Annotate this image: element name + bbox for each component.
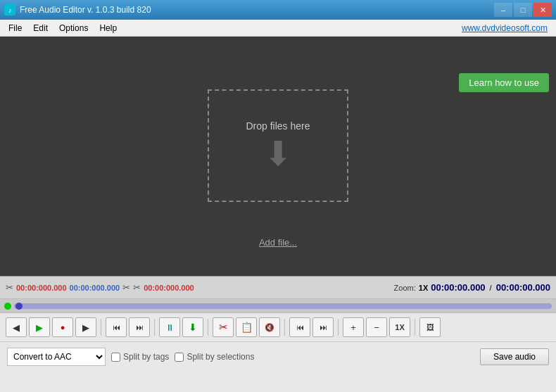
transport-controls: ◀ ▶ ● ▶ ⏮ ⏭ ⏸ ⬇ ✂ 📋 🔇 ⏮ ⏭ + − 1X 🖼 <box>0 313 556 342</box>
menu-options[interactable]: Options <box>53 22 94 34</box>
progress-thumb[interactable] <box>15 303 23 310</box>
zoom-1x-button[interactable]: 1X <box>389 317 410 337</box>
time-separator: / <box>488 284 493 292</box>
split-by-selections-text: Split by selections <box>187 352 254 362</box>
zoom-in-button[interactable]: + <box>343 317 364 337</box>
separator-6 <box>415 319 415 336</box>
separator-4 <box>284 319 285 336</box>
cut-icon-right: ✂ <box>122 282 130 293</box>
learn-how-button[interactable]: Learn how to use <box>459 73 549 92</box>
minimize-button[interactable]: – <box>494 3 512 17</box>
title-bar: ♪ Free Audio Editor v. 1.0.3 build 820 –… <box>0 0 556 20</box>
app-icon: ♪ <box>4 4 15 15</box>
save-down-button[interactable]: ⬇ <box>182 317 203 337</box>
time-code-2: 00:00:000.000 <box>70 284 120 292</box>
separator-2 <box>154 319 155 336</box>
menu-bar: File Edit Options Help www.dvdvideosoft.… <box>0 20 556 37</box>
time-code-3: 00:00:000.000 <box>144 284 194 292</box>
scissors-icon: ✂ <box>133 282 141 293</box>
maximize-button[interactable]: □ <box>514 3 532 17</box>
menu-help[interactable]: Help <box>94 22 122 34</box>
go-back-button[interactable]: ◀ <box>6 317 27 337</box>
window-controls: – □ ✕ <box>494 3 552 17</box>
close-button[interactable]: ✕ <box>533 3 552 17</box>
dvd-link[interactable]: www.dvdvideosoft.com <box>462 23 553 33</box>
drop-zone-label: Drop files here <box>246 120 310 132</box>
split-by-tags-text: Split by tags <box>123 352 169 362</box>
bottom-panel: ✂ 00:00:000.000 00:00:000.000 ✂ ✂ 00:00:… <box>0 276 556 392</box>
record-button[interactable]: ● <box>52 317 73 337</box>
main-area: Learn how to use Drop files here ⬇ Add f… <box>0 37 556 276</box>
add-file-link[interactable]: Add file... <box>259 237 297 248</box>
cut-button[interactable]: ✂ <box>213 317 234 337</box>
separator-3 <box>208 319 208 336</box>
split-by-tags-checkbox[interactable] <box>111 353 120 362</box>
play-button[interactable]: ▶ <box>29 317 50 337</box>
drop-zone[interactable]: Drop files here ⬇ <box>208 89 348 202</box>
menu-edit[interactable]: Edit <box>27 22 53 34</box>
pause-button[interactable]: ⏸ <box>159 317 180 337</box>
menu-file[interactable]: File <box>3 22 27 34</box>
progress-dot <box>4 303 11 310</box>
bottom-toolbar: Convert to AAC Convert to MP3 Convert to… <box>0 342 556 372</box>
separator-1 <box>101 319 101 336</box>
format-select[interactable]: Convert to AAC Convert to MP3 Convert to… <box>7 348 106 366</box>
snapshot-button[interactable]: 🖼 <box>419 317 441 337</box>
total-time: 00:00:00.000 <box>496 282 550 293</box>
progress-bar-container[interactable] <box>0 299 556 313</box>
skip-back-button[interactable]: ⏮ <box>106 317 127 337</box>
progress-track[interactable] <box>14 303 552 309</box>
time-code-1: 00:00:000.000 <box>16 284 67 292</box>
zoom-value: 1X <box>419 284 428 292</box>
app-title: Free Audio Editor v. 1.0.3 build 820 <box>20 5 494 15</box>
split-by-selections-label[interactable]: Split by selections <box>175 352 254 362</box>
separator-5 <box>338 319 339 336</box>
go-forward-button[interactable]: ▶ <box>75 317 96 337</box>
current-time: 00:00:00.000 <box>431 282 485 293</box>
drop-arrow-icon: ⬇ <box>264 137 292 171</box>
zoom-label: Zoom: <box>394 284 416 292</box>
timeline-bar: ✂ 00:00:000.000 00:00:000.000 ✂ ✂ 00:00:… <box>0 277 556 299</box>
zoom-out-button[interactable]: − <box>366 317 387 337</box>
paste-green-button[interactable]: 📋 <box>236 317 257 337</box>
next-mark-button[interactable]: ⏭ <box>312 317 334 337</box>
save-audio-button[interactable]: Save audio <box>480 348 549 365</box>
split-by-tags-label[interactable]: Split by tags <box>111 352 169 362</box>
skip-fwd-button[interactable]: ⏭ <box>129 317 150 337</box>
mute-button[interactable]: 🔇 <box>259 317 280 337</box>
prev-mark-button[interactable]: ⏮ <box>289 317 310 337</box>
split-by-selections-checkbox[interactable] <box>175 353 184 362</box>
learn-btn-container: Learn how to use <box>459 73 549 92</box>
cut-icon-left: ✂ <box>6 282 13 293</box>
